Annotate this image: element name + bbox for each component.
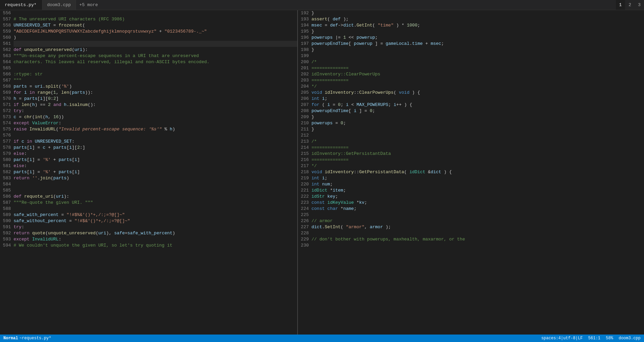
rln-201: 201 bbox=[299, 65, 309, 71]
tab-requests-py[interactable]: requests.py* bbox=[0, 0, 42, 10]
rln-212: 212 bbox=[299, 132, 309, 139]
ln-581: 581 bbox=[1, 163, 11, 169]
rln-227: 227 bbox=[299, 224, 309, 230]
rcode-205: void idInventory::ClearPowerUps( void ) … bbox=[311, 90, 644, 96]
rln-209: 209 bbox=[299, 114, 309, 120]
rcode-219: int i; bbox=[311, 175, 644, 181]
pane-num-3[interactable]: 3 bbox=[634, 0, 644, 10]
pane-num-2[interactable]: 2 bbox=[625, 0, 634, 10]
status-tilde: ~ bbox=[19, 336, 22, 341]
ln-569: 569 bbox=[1, 90, 11, 96]
rln-211: 211 bbox=[299, 126, 309, 132]
code-line-564: characters. This leaves all reserved, il… bbox=[14, 59, 297, 65]
code-line-574: except ValueError: bbox=[14, 120, 297, 126]
rcode-218: void idInventory::GetPersistantData( idD… bbox=[311, 169, 644, 175]
rln-200: 200 bbox=[299, 59, 309, 65]
rln-210: 210 bbox=[299, 120, 309, 126]
code-line-579: else: bbox=[14, 151, 297, 157]
ln-573: 573 bbox=[1, 114, 11, 120]
rcode-200: /* bbox=[311, 59, 644, 65]
rcode-201: ============== bbox=[311, 65, 644, 71]
ln-588: 588 bbox=[1, 206, 11, 212]
code-line-575: raise InvalidURL("Invalid percent-escape… bbox=[14, 126, 297, 132]
code-line-577: if c in UNRESERVED_SET: bbox=[14, 139, 297, 145]
code-line-568: parts = uri.split('%') bbox=[14, 84, 297, 90]
pane-right: 192 193 194 195 196 197 198 199 200 201 … bbox=[298, 10, 644, 335]
rcode-223: const idKeyValue *kv; bbox=[311, 200, 644, 206]
rln-219: 219 bbox=[299, 175, 309, 181]
rln-216: 216 bbox=[299, 157, 309, 163]
tab-more[interactable]: +5 more bbox=[76, 0, 101, 10]
rcode-228 bbox=[311, 230, 644, 236]
ln-579: 579 bbox=[1, 151, 11, 157]
rcode-199 bbox=[311, 53, 644, 59]
rln-194: 194 bbox=[299, 22, 309, 29]
rcode-224: const char *name; bbox=[311, 206, 644, 212]
rcode-220: int num; bbox=[311, 181, 644, 187]
code-container-left: 556 557 558 559 560 561 562 563 564 565 … bbox=[0, 10, 297, 335]
ln-578: 578 bbox=[1, 145, 11, 151]
code-line-582: parts[i] = '%' + parts[i] bbox=[14, 169, 297, 175]
code-line-589: safe_with_percent = "!#$%&'()*+,/:;=?@[]… bbox=[14, 212, 297, 218]
ln-570: 570 bbox=[1, 96, 11, 102]
code-line-562: def unquote_unreserved(uri): bbox=[14, 47, 297, 53]
rcode-196: powerups |= 1 << powerup; bbox=[311, 35, 644, 41]
ln-571: 571 bbox=[1, 102, 11, 108]
rln-193: 193 bbox=[299, 16, 309, 22]
rcode-227: dict.SetInt( "armor", armor ); bbox=[311, 224, 644, 230]
code-line-588 bbox=[14, 206, 297, 212]
line-numbers-right: 192 193 194 195 196 197 198 199 200 201 … bbox=[298, 10, 311, 335]
rcode-217: */ bbox=[311, 163, 644, 169]
rln-221: 221 bbox=[299, 187, 309, 194]
tab-modified-indicator: requests.py* bbox=[5, 2, 37, 7]
code-line-586: def requote_uri(uri): bbox=[14, 194, 297, 200]
ln-586: 586 bbox=[1, 194, 11, 200]
rcode-197: powerupEndTime[ powerup ] = gameLocal.ti… bbox=[311, 41, 644, 47]
rln-208: 208 bbox=[299, 108, 309, 114]
rcode-193: assert( def ); bbox=[311, 16, 644, 22]
ln-583: 583 bbox=[1, 175, 11, 181]
rcode-215: idInventory::GetPersistantData bbox=[311, 151, 644, 157]
ln-566: 566 bbox=[1, 71, 11, 77]
code-line-584 bbox=[14, 181, 297, 187]
rcode-229: // don't bother with powerups, maxhealth… bbox=[311, 236, 644, 242]
tab-pane-numbers: 1 2 3 bbox=[616, 0, 644, 10]
status-right-file: doom3.cpp bbox=[619, 336, 641, 341]
rln-199: 199 bbox=[299, 53, 309, 59]
code-line-567: """ bbox=[14, 77, 297, 84]
pane-num-1[interactable]: 1 bbox=[616, 0, 625, 10]
status-file: requests.py* bbox=[22, 336, 51, 341]
pane-left: 556 557 558 559 560 561 562 563 564 565 … bbox=[0, 10, 298, 335]
status-mode: Normal bbox=[3, 336, 18, 341]
rcode-230 bbox=[311, 242, 644, 249]
code-line-558: UNRESERVED_SET = frozenset( bbox=[14, 22, 297, 29]
code-left[interactable]: # The unreserved URI characters (RFC 398… bbox=[14, 10, 297, 335]
status-encoding: spaces:4|utf-8|LF bbox=[541, 336, 583, 341]
rcode-195: } bbox=[311, 29, 644, 35]
ln-561: 561 bbox=[1, 41, 11, 47]
ln-574: 574 bbox=[1, 120, 11, 126]
rln-215: 215 bbox=[299, 151, 309, 157]
rln-203: 203 bbox=[299, 77, 309, 84]
ln-565: 565 bbox=[1, 65, 11, 71]
ln-558: 558 bbox=[1, 22, 11, 29]
rln-226: 226 bbox=[299, 218, 309, 224]
ln-572: 572 bbox=[1, 108, 11, 114]
rln-225: 225 bbox=[299, 212, 309, 218]
rcode-225 bbox=[311, 212, 644, 218]
code-right[interactable]: } assert( def ); msec = def->dict.GetInt… bbox=[311, 10, 644, 335]
code-container-right: 192 193 194 195 196 197 198 199 200 201 … bbox=[298, 10, 644, 335]
rln-205: 205 bbox=[299, 90, 309, 96]
rln-224: 224 bbox=[299, 206, 309, 212]
ln-591: 591 bbox=[1, 224, 11, 230]
ln-575: 575 bbox=[1, 126, 11, 132]
ln-582: 582 bbox=[1, 169, 11, 175]
ln-589: 589 bbox=[1, 212, 11, 218]
code-line-556 bbox=[14, 10, 297, 16]
tab-doom3-cpp[interactable]: doom3.cpp bbox=[42, 0, 76, 10]
rln-192: 192 bbox=[299, 10, 309, 16]
rln-195: 195 bbox=[299, 29, 309, 35]
ln-577: 577 bbox=[1, 139, 11, 145]
rcode-210: powerups = 0; bbox=[311, 120, 644, 126]
rln-214: 214 bbox=[299, 145, 309, 151]
